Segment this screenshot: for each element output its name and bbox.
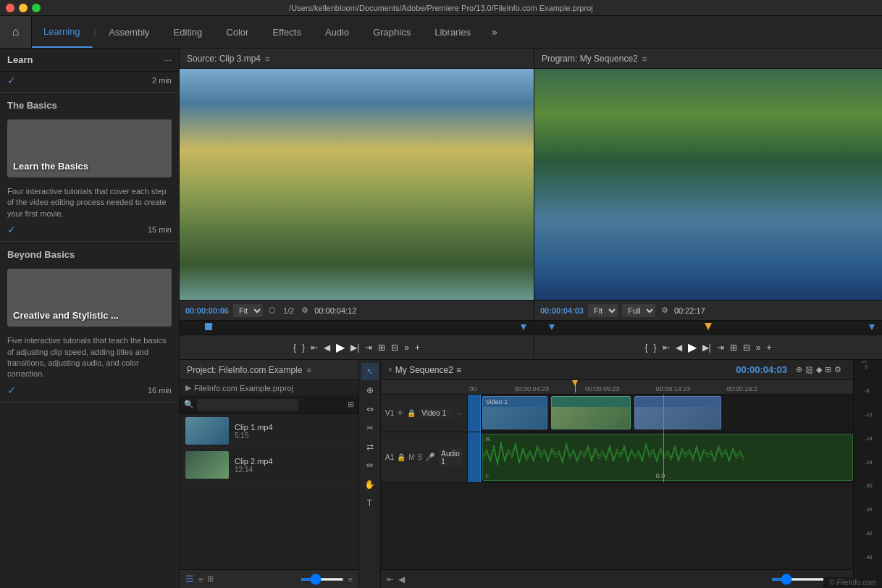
- track-v1-content[interactable]: Video 1: [468, 395, 853, 432]
- v1-color-bar: [468, 395, 481, 432]
- clip-item-1[interactable]: Clip 1.mp4 5:15: [180, 414, 358, 448]
- tab-graphics[interactable]: Graphics: [361, 16, 423, 48]
- tool-razor-btn[interactable]: ✂: [361, 419, 379, 437]
- project-menu2-icon[interactable]: ≡: [348, 575, 353, 584]
- source-video-area[interactable]: [180, 69, 534, 300]
- home-button[interactable]: ⌂: [0, 16, 32, 48]
- tab-assembly[interactable]: Assembly: [97, 16, 161, 48]
- a1-lock-icon[interactable]: 🔒: [397, 453, 406, 461]
- tab-learning[interactable]: Learning: [32, 16, 93, 48]
- program-mark-out-btn[interactable]: }: [654, 343, 657, 353]
- maximize-button[interactable]: [32, 4, 41, 12]
- source-go-out-btn[interactable]: ⇥: [365, 343, 372, 353]
- source-mark-out-btn[interactable]: }: [302, 343, 305, 353]
- snap-tool[interactable]: ⊕: [796, 365, 802, 374]
- markers-tool[interactable]: ◆: [816, 365, 822, 374]
- program-insert-btn[interactable]: ⊞: [730, 343, 737, 353]
- tab-libraries[interactable]: Libraries: [423, 16, 483, 48]
- minimize-button[interactable]: [19, 4, 28, 12]
- program-step-fwd-btn[interactable]: ▶|: [702, 343, 711, 353]
- program-fit-select[interactable]: Fit: [588, 304, 618, 317]
- meter-label-42: -42: [865, 531, 872, 536]
- tool-select-btn[interactable]: ↖: [361, 363, 379, 380]
- settings-tool[interactable]: ⚙: [834, 365, 841, 374]
- project-new-bin-icon[interactable]: ☰: [185, 574, 194, 584]
- source-duration: 00:00:04:12: [314, 306, 356, 315]
- program-overwrite-btn[interactable]: ⊟: [743, 343, 750, 353]
- tool-pen-btn[interactable]: ✏: [361, 457, 379, 474]
- program-add-btn[interactable]: +: [766, 343, 771, 353]
- add-marker-tool[interactable]: ⊞: [825, 365, 831, 374]
- a1-mic-icon[interactable]: 🎤: [425, 453, 435, 462]
- a1-right-label: R: [486, 436, 490, 442]
- tl-clip-v1-3[interactable]: [634, 396, 721, 429]
- source-go-in-btn[interactable]: ⇤: [311, 343, 318, 353]
- meter-label-12: -12: [865, 412, 872, 417]
- tab-color[interactable]: Color: [214, 16, 261, 48]
- program-panel-menu-icon[interactable]: ≡: [642, 54, 647, 63]
- v1-eye-icon[interactable]: 👁: [397, 409, 404, 417]
- tl-go-start-btn[interactable]: ⇤: [387, 574, 394, 584]
- learn-menu-icon[interactable]: ···: [164, 55, 172, 65]
- tab-audio[interactable]: Audio: [314, 16, 361, 48]
- close-button[interactable]: [6, 4, 14, 12]
- program-mark-in-btn[interactable]: {: [645, 343, 648, 353]
- lesson-card-basics[interactable]: Learn the Basics: [7, 119, 172, 177]
- program-timeline-strip[interactable]: [534, 320, 882, 335]
- source-settings-icon[interactable]: ⚙: [300, 306, 310, 315]
- tool-hand-btn[interactable]: ✋: [361, 476, 379, 493]
- source-mark-in-btn[interactable]: {: [293, 343, 296, 353]
- tl-clip-v1-1[interactable]: Video 1: [482, 396, 547, 429]
- tl-step-back-btn[interactable]: ◀: [398, 574, 405, 584]
- v1-sync-icon[interactable]: ↔: [455, 409, 463, 417]
- program-go-out-btn[interactable]: ⇥: [717, 343, 724, 353]
- lesson-card-creative[interactable]: Creative and Stylistic ...: [7, 269, 172, 327]
- source-timeline-strip[interactable]: [180, 320, 534, 335]
- tool-type-btn[interactable]: T: [361, 495, 379, 512]
- timeline-zoom-slider[interactable]: [771, 578, 829, 581]
- program-extra-btn1[interactable]: »: [756, 343, 761, 353]
- tool-razor-extra-btn[interactable]: ⊕: [361, 382, 379, 399]
- more-tabs-button[interactable]: »: [483, 16, 507, 48]
- tab-effects[interactable]: Effects: [261, 16, 314, 48]
- source-step-fwd-btn[interactable]: ▶|: [350, 343, 359, 353]
- source-insert-btn[interactable]: ⊞: [378, 343, 385, 353]
- source-extra-btn1[interactable]: »: [404, 343, 409, 353]
- sequence-tab[interactable]: × My Sequence2 ≡: [388, 365, 461, 375]
- tools-panel: ↖ ⊕ ⇔ ✂ ⇄ ✏ ✋ T: [359, 360, 381, 588]
- v1-lock-icon[interactable]: 🔒: [407, 409, 416, 417]
- source-panel-menu-icon[interactable]: ≡: [265, 54, 269, 63]
- project-list-icon[interactable]: ⊞: [348, 400, 354, 409]
- seq-menu-icon[interactable]: ≡: [456, 365, 461, 375]
- a1-audio-clip[interactable]: R L: [482, 434, 853, 481]
- tab-editing[interactable]: Editing: [162, 16, 215, 48]
- project-panel-menu-icon[interactable]: ≡: [306, 366, 311, 374]
- program-settings-icon[interactable]: ⚙: [660, 306, 670, 315]
- learn-label: Learn: [7, 54, 33, 65]
- meter-peak-l: [861, 361, 867, 363]
- program-quality-select[interactable]: Full: [622, 304, 655, 317]
- project-zoom-slider[interactable]: [301, 578, 344, 581]
- project-search-input[interactable]: [197, 399, 298, 411]
- source-play-btn[interactable]: ▶: [336, 340, 345, 354]
- tool-ripple-btn[interactable]: ⇔: [361, 400, 379, 418]
- source-add-btn[interactable]: +: [415, 343, 420, 353]
- source-fit-select[interactable]: Fit: [233, 304, 263, 317]
- track-a1-content[interactable]: R L 0.0: [468, 432, 853, 482]
- project-icon-view-icon[interactable]: ⊞: [207, 574, 214, 584]
- clip-item-2[interactable]: Clip 2.mp4 12:14: [180, 448, 358, 482]
- seq-tab-close[interactable]: ×: [388, 366, 392, 374]
- source-overwrite-btn[interactable]: ⊟: [391, 343, 398, 353]
- program-play-btn[interactable]: ▶: [688, 340, 697, 354]
- source-extra-icon[interactable]: ⬡: [267, 306, 277, 315]
- project-list-view-icon[interactable]: ≡: [198, 575, 203, 584]
- card-creative-desc: Five interactive tutorials that teach th…: [0, 331, 179, 383]
- program-step-back-btn[interactable]: ◀: [676, 343, 682, 353]
- program-video-area[interactable]: [534, 69, 882, 300]
- section-beyond-title: Beyond Basics: [0, 242, 179, 264]
- link-tool[interactable]: ⛓: [805, 366, 813, 374]
- source-step-back-btn[interactable]: ◀: [324, 343, 330, 353]
- tool-slip-btn[interactable]: ⇄: [361, 438, 379, 455]
- program-go-in-btn[interactable]: ⇤: [663, 343, 670, 353]
- tl-clip-v1-2[interactable]: [551, 396, 631, 429]
